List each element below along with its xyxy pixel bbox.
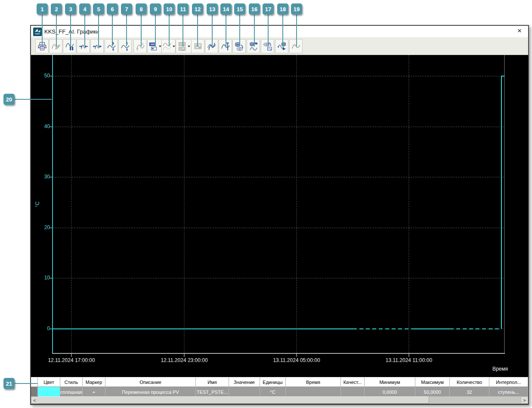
y-tick-label-0: 0	[37, 325, 50, 331]
app-icon	[33, 28, 42, 36]
callout-18: 18	[277, 3, 288, 15]
callout-12: 12	[192, 3, 203, 15]
trend-color-cell[interactable]	[38, 387, 60, 397]
scroll-right-button[interactable]: >	[521, 396, 528, 404]
callout-7: 7	[121, 3, 132, 15]
callout-leader-17	[268, 15, 269, 46]
callout-2: 2	[51, 3, 62, 15]
legend-col-min: Минимум	[365, 377, 415, 387]
trend-time-cell[interactable]	[286, 387, 341, 397]
screenshot-stage: 1 2 3 4 5 6 7 8 9 10 11 12 13 14 15 16 1…	[0, 0, 532, 408]
trend-quality-cell[interactable]	[341, 387, 365, 397]
trend-count-cell[interactable]: 32	[450, 387, 489, 397]
load-archive-data-icon	[249, 42, 258, 51]
callout-leader-21	[15, 383, 38, 384]
x-tick-marks	[71, 354, 409, 357]
legend-col-value: Значение	[229, 377, 260, 387]
x-tick-label-3: 13.11.2024 05:00:00	[262, 357, 331, 363]
chart-gridlines-vertical	[71, 55, 409, 353]
trend-style-cell[interactable]: сплошная	[60, 387, 83, 397]
expand-value-axis-icon	[121, 42, 130, 51]
callout-leader-19	[296, 15, 297, 46]
trend-value-cell[interactable]	[229, 387, 260, 397]
chart-canvas	[31, 55, 528, 377]
callout-15: 15	[234, 3, 245, 15]
close-button[interactable]: ×	[515, 27, 524, 35]
trend-row[interactable]: сплошная + Переменная процесса PV TEST_P…	[31, 387, 528, 397]
load-archive-data-button[interactable]	[247, 39, 260, 53]
callout-leader-2	[56, 15, 57, 46]
callout-8: 8	[136, 3, 147, 15]
half-scale-button[interactable]: 1 2	[133, 39, 147, 53]
callout-17: 17	[263, 3, 274, 15]
trend-windows-button[interactable]	[176, 39, 192, 53]
callout-13: 13	[207, 3, 218, 15]
chart-area[interactable]: 50 40 30 20 10 0 °C 12.11.2024 17:00:00 …	[31, 55, 528, 377]
callout-11: 11	[177, 3, 189, 15]
pause-trend-button[interactable]	[63, 39, 76, 53]
x-axis-title: Время	[465, 366, 508, 372]
callout-6: 6	[107, 3, 118, 15]
y-tick-label-20: 20	[37, 224, 50, 230]
compress-time-axis-button[interactable]	[77, 39, 90, 53]
trend-min-cell[interactable]: 0,0000	[365, 387, 415, 397]
callout-10: 10	[164, 3, 175, 15]
overlay-trends-icon	[162, 42, 172, 51]
callout-leader-15	[239, 15, 240, 46]
scrollbar-thumb[interactable]	[38, 396, 429, 404]
callout-leader-5	[98, 15, 99, 46]
play-archive-button[interactable]	[275, 39, 288, 53]
callout-leader-11	[182, 15, 183, 46]
legend-col-units: Единицы	[260, 377, 286, 387]
compress-value-axis-button[interactable]	[105, 39, 118, 53]
legend-header-row: Цвет Стиль Маркер Описание Имя Значение …	[31, 377, 528, 387]
compress-value-axis-icon	[107, 42, 116, 51]
expand-value-axis-button[interactable]	[118, 39, 132, 53]
y-axis-title: °C	[34, 194, 40, 207]
y-tick-label-10: 10	[37, 275, 50, 281]
legend-col-name: Имя	[196, 377, 229, 387]
callout-leader-14	[226, 15, 226, 46]
callout-14: 14	[220, 3, 232, 15]
display-layout-icon	[148, 42, 158, 51]
trend-units-cell[interactable]: °C	[260, 387, 286, 397]
callout-21: 21	[3, 378, 15, 389]
legend-col-count: Количество	[450, 377, 489, 387]
trend-color-swatch	[38, 387, 60, 397]
x-tick-label-1: 12.11.2024 17:00:00	[37, 357, 106, 363]
svg-text:2: 2	[136, 47, 139, 51]
row-selector-cell[interactable]	[31, 387, 38, 397]
trend-name-cell[interactable]: TEST_PSTE...	[196, 387, 229, 397]
dropdown-arrow-icon	[188, 46, 190, 47]
legend-col-quality: Качест...	[341, 377, 365, 387]
trend-max-cell[interactable]: 50,0000	[415, 387, 450, 397]
callout-16: 16	[249, 3, 260, 15]
expand-time-axis-button[interactable]	[90, 39, 104, 53]
half-scale-icon: 1 2	[136, 42, 145, 51]
trend-description-cell[interactable]: Переменная процесса PV	[105, 387, 196, 397]
y-tick-label-30: 30	[37, 174, 50, 180]
trend-interpolation-cell[interactable]: ступень...	[489, 387, 528, 397]
title-bar[interactable]: KKS_FF_AI. Графики ×	[31, 26, 528, 38]
legend-col-style: Стиль	[60, 377, 83, 387]
callout-20: 20	[3, 94, 15, 105]
trend-windows-icon	[177, 42, 187, 51]
callout-leader-6	[112, 15, 113, 46]
horizontal-scrollbar[interactable]: < >	[31, 396, 528, 404]
callout-leader-7	[126, 15, 127, 46]
legend-col-interpolation: Интерпол...	[489, 377, 528, 387]
expand-time-axis-icon	[93, 42, 102, 51]
callout-leader-13	[212, 15, 213, 46]
callout-5: 5	[93, 3, 104, 15]
app-icon-glyph	[33, 28, 42, 36]
trend-line	[53, 76, 504, 329]
callout-leader-4	[84, 15, 85, 46]
callout-leader-8	[141, 15, 142, 46]
callout-4: 4	[79, 3, 90, 15]
legend-col-color: Цвет	[38, 377, 60, 387]
chart-gridlines-horizontal	[53, 76, 504, 329]
scroll-left-button[interactable]: <	[31, 396, 38, 404]
trend-marker-cell[interactable]: +	[83, 387, 105, 397]
legend-col-description: Описание	[105, 377, 196, 387]
play-archive-icon	[277, 42, 287, 51]
